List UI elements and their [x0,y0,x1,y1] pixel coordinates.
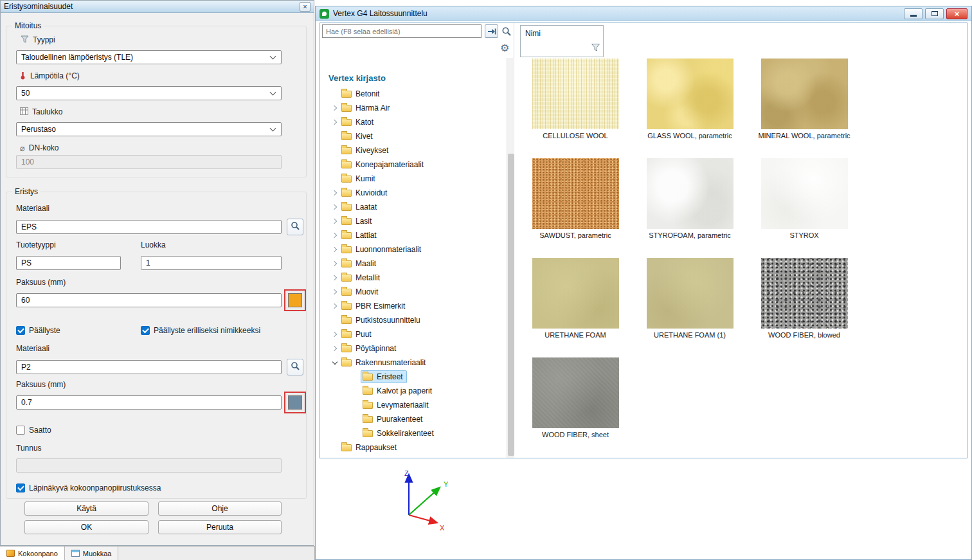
chevron-right-icon[interactable] [330,104,339,113]
material-thumbnail[interactable]: WOOD FIBER, blowed [747,258,861,357]
chevron-right-icon[interactable] [330,273,339,282]
coating-material-search-button[interactable] [287,359,303,375]
tree-item-label: Levymateriaalit [377,401,429,410]
tree-item-maalit[interactable]: Maalit [320,257,505,271]
tree-item-luonnonmateriaalit[interactable]: Luonnonmateriaalit [320,242,505,257]
tree-item-puurakenteet[interactable]: Puurakenteet [320,412,505,426]
tree-item-p-yt-pinnat[interactable]: Pöytäpinnat [320,341,505,356]
ohje-button[interactable]: Ohje [158,501,282,516]
material-thumbnail[interactable]: MINERAL WOOL, parametric [747,59,861,158]
tyyppi-combobox[interactable]: Taloudellinen lämpöeristys (TLE) [16,50,282,64]
materiaali-field[interactable] [16,220,282,234]
dialog-titlebar[interactable]: Eristysominaisuudet × [1,1,314,13]
tree-scrollbar[interactable] [507,58,514,458]
material-preview-glass-wool[interactable] [647,59,734,129]
kayta-button[interactable]: Käytä [24,501,148,516]
material-preview-cellulose[interactable] [532,59,619,129]
thermometer-icon [19,71,26,82]
material-preview-wood-fiber-sheet[interactable] [532,357,619,428]
tree-item-kumit[interactable]: Kumit [320,172,505,186]
chevron-right-icon[interactable] [330,217,339,226]
peruuta-button[interactable]: Peruuta [158,520,282,534]
taulukko-combobox[interactable]: Perustaso [16,122,282,136]
gear-icon[interactable]: ⚙ [500,42,509,54]
tree-item-rappaukset[interactable]: Rappaukset [320,440,505,455]
tree-item-rakennusmateriaalit[interactable]: Rakennusmateriaalit [320,356,505,370]
material-thumbnail[interactable]: GLASS WOOL, parametric [633,59,747,158]
tree-item-lasit[interactable]: Lasit [320,214,505,228]
material-thumbnail[interactable]: SAWDUST, parametric [518,158,633,258]
luokka-field[interactable] [141,256,282,270]
scrollbar-thumb[interactable] [508,154,514,456]
tree-item-betonit[interactable]: Betonit [320,87,505,101]
paallyste-checkbox[interactable]: Päällyste [16,325,60,336]
chevron-right-icon[interactable] [330,259,339,268]
ok-button[interactable]: OK [24,520,148,534]
tree-item-levymateriaalit[interactable]: Levymateriaalit [320,398,505,412]
material-thumbnail[interactable]: WOOD FIBER, sheet [518,357,633,457]
tree-item-metallit[interactable]: Metallit [320,271,505,285]
material-preview-sawdust[interactable] [532,158,619,229]
name-filter-header[interactable]: Nimi [520,25,604,57]
tree-item-lattiat[interactable]: Lattiat [320,228,505,242]
coating-material-field[interactable] [16,360,282,374]
tree-item-kuvioidut[interactable]: Kuvioidut [320,186,505,200]
material-preview-styrox[interactable] [761,158,848,229]
tree-item-putkistosuunnittelu[interactable]: Putkistosuunnittelu [320,313,505,327]
tuotetyyppi-field[interactable] [16,256,121,270]
material-search-button[interactable] [287,219,303,235]
tree-item-puut[interactable]: Puut [320,327,505,341]
tab-kokoonpano[interactable]: Kokoonpano [0,546,65,560]
tree-item-katot[interactable]: Katot [320,115,505,129]
close-button[interactable]: × [946,8,968,19]
saatto-checkbox[interactable]: Saatto [16,425,51,435]
close-icon[interactable]: × [300,2,310,12]
material-thumbnail[interactable]: CELLULOSE WOOL [518,59,633,158]
tree-item-sokkelirakenteet[interactable]: Sokkelirakenteet [320,426,505,440]
tree-item-eristeet[interactable]: Eristeet [320,370,505,384]
tree-item-kalvot-ja-paperit[interactable]: Kalvot ja paperit [320,384,505,398]
material-thumbnail[interactable]: URETHANE FOAM (1) [633,258,747,357]
chevron-right-icon[interactable] [330,203,339,212]
tab-muokkaa[interactable]: Muokkaa [65,546,119,560]
search-button[interactable] [500,24,513,38]
tree-item-kiveykset[interactable]: Kiveykset [320,143,505,158]
search-go-button[interactable] [485,24,498,38]
chevron-right-icon[interactable] [330,118,339,127]
material-preview-wood-fiber-blowed[interactable] [761,258,848,329]
chevron-down-icon[interactable] [330,358,339,367]
material-thumbnail[interactable]: STYROFOAM, parametric [633,158,747,258]
paksuus-field[interactable] [16,293,282,307]
chevron-right-icon[interactable] [330,344,339,353]
material-preview-styrofoam[interactable] [647,158,734,229]
maximize-button[interactable] [925,8,944,19]
tree-item-laatat[interactable]: Laatat [320,200,505,214]
chevron-right-icon[interactable] [330,287,339,296]
paallyste-erillinen-checkbox[interactable]: Päällyste erilliseksi nimikkeeksi [141,325,260,336]
tree-item-muovit[interactable]: Muovit [320,285,505,299]
window-titlebar[interactable]: Vertex G4 Laitossuunnittelu × [316,6,971,21]
tree-item-kivet[interactable]: Kivet [320,129,505,143]
filter-funnel-icon[interactable] [591,43,600,55]
material-preview-mineral-wool[interactable] [761,59,848,129]
tree-item-pbr-esimerkit[interactable]: PBR Esimerkit [320,299,505,313]
chevron-right-icon[interactable] [330,188,339,197]
material-preview-urethane-1[interactable] [532,258,619,329]
lapinakyva-checkbox[interactable]: Läpinäkyvä kokoonpanopiirustuksessa [16,483,161,493]
tree-item-h-rm-air[interactable]: Härmä Air [320,101,505,115]
lampotila-combobox[interactable]: 50 [16,86,282,100]
minimize-button[interactable] [904,8,923,19]
material-thumbnail[interactable]: STYROX [747,158,861,258]
material-thumbnail[interactable]: URETHANE FOAM [518,258,633,357]
insulation-color-swatch[interactable] [284,289,306,311]
library-root[interactable]: Vertex kirjasto [320,71,505,87]
chevron-right-icon[interactable] [330,231,339,240]
coating-paksuus-field[interactable] [16,395,282,410]
chevron-right-icon[interactable] [330,302,339,311]
chevron-right-icon[interactable] [330,245,339,254]
chevron-right-icon[interactable] [330,330,339,339]
material-preview-urethane-2[interactable] [647,258,734,329]
coating-color-swatch[interactable] [284,392,306,413]
search-input[interactable] [322,24,482,38]
tree-item-konepajamateriaalit[interactable]: Konepajamateriaalit [320,158,505,172]
